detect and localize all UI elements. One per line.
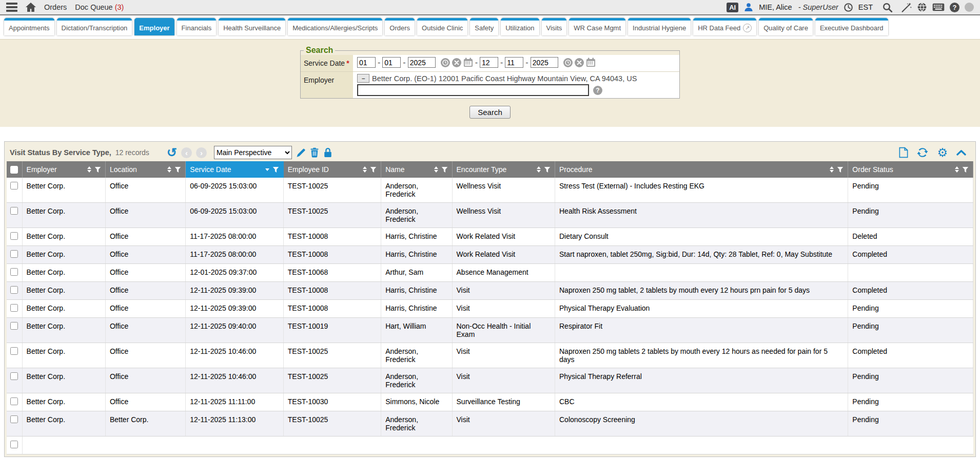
- column-header-employee_id[interactable]: Employee ID: [283, 161, 381, 178]
- row-checkbox[interactable]: [10, 286, 18, 294]
- tab-outside-clinic[interactable]: Outside Clinic: [417, 18, 467, 35]
- tab-safety[interactable]: Safety: [470, 18, 498, 35]
- perspective-select[interactable]: Main Perspective: [214, 146, 292, 159]
- row-checkbox[interactable]: [10, 207, 18, 215]
- collapse-employer-button[interactable]: −: [357, 74, 369, 83]
- next-page-icon[interactable]: ›: [196, 147, 207, 158]
- row-checkbox[interactable]: [10, 250, 18, 258]
- clear-date-icon[interactable]: [452, 58, 461, 67]
- tab-financials[interactable]: Financials: [177, 18, 217, 35]
- field-help-icon[interactable]: ?: [593, 86, 602, 95]
- employer-search-input[interactable]: [357, 84, 589, 96]
- filter-funnel-icon[interactable]: [370, 166, 377, 173]
- date-from-month-input[interactable]: [357, 57, 376, 68]
- status-circle-icon[interactable]: [965, 3, 974, 12]
- tab-visits[interactable]: Visits: [542, 18, 567, 35]
- filter-funnel-icon[interactable]: [544, 166, 551, 173]
- row-checkbox[interactable]: [10, 268, 18, 276]
- breadcrumb-doc-queue[interactable]: Doc Queue (3): [75, 3, 124, 11]
- column-header-procedure[interactable]: Procedure: [555, 161, 848, 178]
- undo-icon[interactable]: ↺: [167, 146, 177, 159]
- select-all-checkbox[interactable]: [10, 166, 18, 174]
- ai-badge[interactable]: AI: [727, 3, 738, 12]
- employer-row: Employer − Better Corp. (EO-1) 12001 Pac…: [301, 71, 679, 98]
- tab-industrial-hygiene[interactable]: Industrial Hygiene: [628, 18, 691, 35]
- user-name[interactable]: MIE, Alice: [759, 3, 792, 11]
- tab-executive-dashboard[interactable]: Executive Dashboard: [815, 18, 888, 35]
- row-checkbox[interactable]: [10, 372, 18, 380]
- row-checkbox[interactable]: [10, 347, 18, 355]
- calendar-icon[interactable]: [463, 58, 473, 67]
- column-header-order_status[interactable]: Order Status: [848, 161, 973, 178]
- user-icon[interactable]: [743, 2, 754, 12]
- edit-perspective-icon[interactable]: [296, 148, 306, 158]
- lock-perspective-icon[interactable]: [323, 147, 332, 158]
- keyboard-icon[interactable]: [932, 3, 945, 11]
- row-checkbox[interactable]: [10, 232, 18, 240]
- tab-wr-case-mgmt[interactable]: WR Case Mgmt: [569, 18, 625, 35]
- tab-health-surveillance[interactable]: Health Surveillance: [219, 18, 285, 35]
- column-header-service_date[interactable]: Service Date: [186, 161, 283, 178]
- column-header-name[interactable]: Name: [381, 161, 452, 178]
- row-checkbox[interactable]: [10, 304, 18, 312]
- search-button[interactable]: Search: [469, 106, 511, 119]
- filter-funnel-icon[interactable]: [272, 166, 279, 173]
- tab-orders[interactable]: Orders: [385, 18, 415, 35]
- previous-page-icon[interactable]: ‹: [181, 147, 192, 158]
- globe-phone-icon[interactable]: [917, 2, 927, 12]
- clear-date-icon[interactable]: [575, 58, 584, 67]
- tab-employer[interactable]: Employer: [134, 18, 174, 35]
- delete-perspective-icon[interactable]: [310, 147, 319, 158]
- clock-icon[interactable]: [844, 3, 853, 12]
- tab-appointments[interactable]: Appointments: [4, 18, 54, 35]
- column-header-encounter_type[interactable]: Encounter Type: [452, 161, 555, 178]
- sort-icon[interactable]: [830, 166, 834, 173]
- refresh-icon[interactable]: [917, 147, 928, 158]
- row-checkbox[interactable]: [10, 397, 18, 405]
- tab-dictation-transcription[interactable]: Dictation/Transcription: [57, 18, 132, 35]
- cell-order_status: Pending: [848, 178, 973, 203]
- help-icon[interactable]: ?: [950, 3, 959, 12]
- sort-icon[interactable]: [363, 166, 367, 173]
- home-icon[interactable]: [25, 2, 36, 12]
- sort-icon[interactable]: [955, 166, 959, 173]
- date-to-year-input[interactable]: [531, 57, 558, 68]
- menu-icon[interactable]: [6, 3, 17, 12]
- time-picker-icon[interactable]: [441, 58, 450, 67]
- new-document-icon[interactable]: [899, 147, 908, 158]
- external-link-icon[interactable]: ↗: [743, 24, 752, 32]
- settings-gear-icon[interactable]: ⚙: [937, 147, 948, 159]
- filter-funnel-icon[interactable]: [174, 166, 181, 173]
- service-date-fields: - - - - -: [353, 55, 679, 71]
- filter-funnel-icon[interactable]: [441, 166, 448, 173]
- filter-funnel-icon[interactable]: [94, 166, 101, 173]
- calendar-icon[interactable]: [586, 58, 596, 67]
- column-header-location[interactable]: Location: [105, 161, 185, 178]
- sort-icon[interactable]: [434, 166, 438, 173]
- sort-desc-icon[interactable]: [265, 168, 269, 171]
- date-from-year-input[interactable]: [408, 57, 436, 68]
- tab-quality-of-care[interactable]: Quality of Care: [759, 18, 813, 35]
- date-to-month-input[interactable]: [480, 57, 498, 68]
- row-checkbox[interactable]: [10, 441, 18, 448]
- row-checkbox[interactable]: [10, 322, 18, 330]
- filter-funnel-icon[interactable]: [962, 166, 969, 173]
- time-picker-icon[interactable]: [563, 58, 573, 67]
- filter-funnel-icon[interactable]: [837, 166, 844, 173]
- date-from-day-input[interactable]: [382, 57, 401, 68]
- magic-wand-icon[interactable]: [901, 2, 912, 13]
- sort-icon[interactable]: [87, 166, 91, 173]
- cell-employee_id: TEST-10025: [283, 178, 381, 203]
- search-icon[interactable]: [882, 2, 893, 13]
- sort-icon[interactable]: [167, 166, 171, 173]
- row-checkbox[interactable]: [10, 415, 18, 423]
- tab-hr-data-feed[interactable]: HR Data Feed↗: [693, 18, 756, 35]
- row-checkbox[interactable]: [10, 182, 18, 189]
- date-to-day-input[interactable]: [505, 57, 523, 68]
- tab-medications-allergies-scripts[interactable]: Medications/Allergies/Scripts: [288, 18, 382, 35]
- breadcrumb-orders[interactable]: Orders: [44, 3, 67, 11]
- sort-icon[interactable]: [537, 166, 541, 173]
- collapse-grid-icon[interactable]: [956, 149, 966, 156]
- column-header-employer[interactable]: Employer: [22, 161, 105, 178]
- tab-utilization[interactable]: Utilization: [501, 18, 539, 35]
